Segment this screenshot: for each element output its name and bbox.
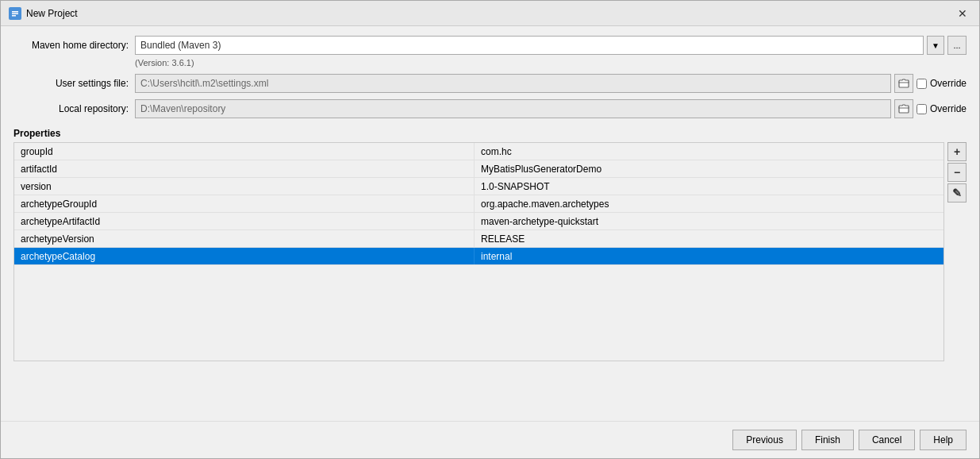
dialog-content: Maven home directory: ▼ ... (Version: 3.… (1, 26, 979, 421)
property-key-cell: version (14, 178, 475, 195)
finish-button[interactable]: Finish (801, 430, 854, 450)
add-property-button[interactable]: + (947, 142, 967, 161)
property-value-cell: RELEASE (475, 230, 943, 247)
title-bar: New Project ✕ (1, 1, 979, 26)
table-row[interactable]: artifactIdMyBatisPlusGeneratorDemo (14, 160, 943, 178)
help-button[interactable]: Help (920, 430, 967, 450)
properties-label: Properties (13, 128, 967, 139)
user-settings-browse-btn[interactable] (894, 74, 913, 93)
properties-table: groupIdcom.hcartifactIdMyBatisPlusGenera… (13, 142, 944, 361)
table-row[interactable]: archetypeCataloginternal (14, 248, 943, 265)
property-value-cell: 1.0-SNAPSHOT (475, 178, 943, 195)
close-button[interactable]: ✕ (954, 5, 971, 22)
edit-property-button[interactable]: ✎ (947, 183, 967, 202)
user-settings-row: User settings file: Override (13, 74, 967, 93)
maven-home-dropdown-btn[interactable]: ▼ (927, 36, 944, 55)
cancel-button[interactable]: Cancel (859, 430, 915, 450)
property-value-cell: com.hc (475, 143, 943, 160)
property-value-cell: internal (475, 248, 943, 264)
dialog-icon (9, 7, 21, 20)
table-row[interactable]: archetypeArtifactIdmaven-archetype-quick… (14, 213, 943, 230)
local-repo-input (135, 99, 891, 118)
local-repo-input-container: Override (135, 99, 967, 118)
maven-home-input-container: ▼ ... (135, 36, 967, 55)
property-key-cell: archetypeArtifactId (14, 213, 475, 230)
property-value-cell: maven-archetype-quickstart (475, 213, 943, 230)
user-settings-input (135, 74, 891, 93)
user-settings-label: User settings file: (13, 78, 129, 89)
local-repo-browse-btn[interactable] (894, 99, 913, 118)
property-key-cell: artifactId (14, 160, 475, 177)
user-settings-override-container: Override (917, 78, 967, 89)
local-repo-override-label: Override (930, 103, 967, 114)
local-repo-override-checkbox[interactable] (917, 104, 927, 114)
maven-home-label: Maven home directory: (13, 40, 129, 51)
dialog-title: New Project (26, 8, 78, 19)
property-value-cell: MyBatisPlusGeneratorDemo (475, 160, 943, 177)
table-row[interactable]: archetypeGroupIdorg.apache.maven.archety… (14, 195, 943, 213)
properties-section: Properties groupIdcom.hcartifactIdMyBati… (13, 128, 967, 361)
local-repo-row: Local repository: Override (13, 99, 967, 118)
properties-action-buttons: + − ✎ (947, 142, 967, 361)
svg-rect-1 (12, 11, 18, 13)
previous-button[interactable]: Previous (732, 430, 797, 450)
property-key-cell: archetypeGroupId (14, 195, 475, 212)
local-repo-label: Local repository: (13, 103, 129, 114)
table-row[interactable]: archetypeVersionRELEASE (14, 230, 943, 248)
table-empty-space (14, 265, 943, 361)
maven-home-browse-btn[interactable]: ... (947, 36, 967, 55)
property-key-cell: archetypeVersion (14, 230, 475, 247)
dialog-footer: Previous Finish Cancel Help (1, 421, 979, 458)
user-settings-override-label: Override (930, 78, 967, 89)
user-settings-input-container: Override (135, 74, 967, 93)
title-bar-left: New Project (9, 7, 78, 20)
user-settings-override-checkbox[interactable] (917, 79, 927, 89)
property-value-cell: org.apache.maven.archetypes (475, 195, 943, 212)
remove-property-button[interactable]: − (947, 163, 967, 182)
svg-rect-2 (12, 13, 18, 14)
properties-table-wrapper: groupIdcom.hcartifactIdMyBatisPlusGenera… (13, 142, 967, 361)
maven-home-input[interactable] (135, 36, 924, 55)
local-repo-override-container: Override (917, 103, 967, 114)
property-key-cell: groupId (14, 143, 475, 160)
new-project-dialog: New Project ✕ Maven home directory: ▼ ..… (0, 0, 980, 459)
maven-home-row: Maven home directory: ▼ ... (13, 36, 967, 55)
property-key-cell: archetypeCatalog (14, 248, 475, 264)
table-row[interactable]: groupIdcom.hc (14, 143, 943, 160)
table-row[interactable]: version1.0-SNAPSHOT (14, 178, 943, 195)
maven-version-text: (Version: 3.6.1) (135, 58, 967, 68)
svg-rect-3 (12, 15, 16, 17)
